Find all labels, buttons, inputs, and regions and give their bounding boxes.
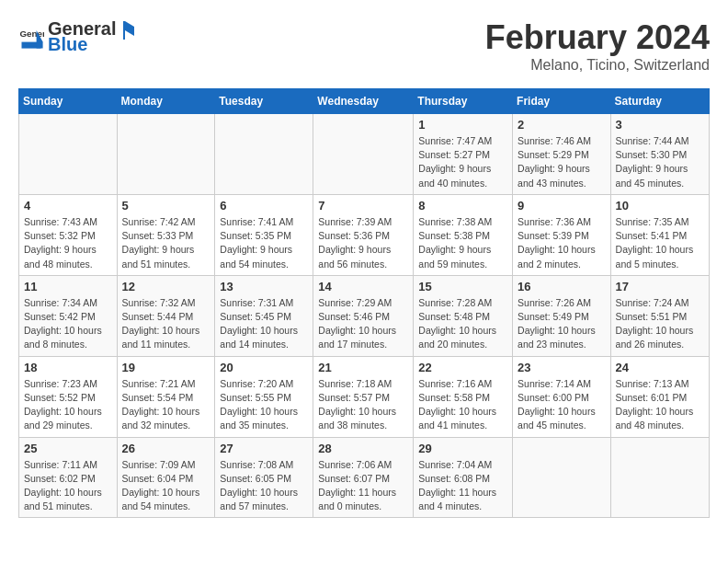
day-number: 28 [318, 442, 408, 455]
day-info: Sunrise: 7:47 AMSunset: 5:27 PMDaylight:… [418, 134, 507, 190]
table-row: 17Sunrise: 7:24 AMSunset: 5:51 PMDayligh… [610, 275, 709, 356]
logo: General General Blue [18, 18, 134, 55]
table-row [215, 114, 313, 195]
day-info: Sunrise: 7:28 AMSunset: 5:48 PMDaylight:… [418, 296, 507, 352]
table-row: 25Sunrise: 7:11 AMSunset: 6:02 PMDayligh… [19, 437, 118, 518]
table-row: 10Sunrise: 7:35 AMSunset: 5:41 PMDayligh… [610, 194, 709, 275]
day-number: 26 [122, 442, 210, 455]
table-row: 29Sunrise: 7:04 AMSunset: 6:08 PMDayligh… [414, 437, 513, 518]
table-row: 14Sunrise: 7:29 AMSunset: 5:46 PMDayligh… [313, 275, 414, 356]
table-row: 6Sunrise: 7:41 AMSunset: 5:35 PMDaylight… [215, 194, 313, 275]
day-info: Sunrise: 7:31 AMSunset: 5:45 PMDaylight:… [220, 296, 308, 352]
calendar-week-row: 18Sunrise: 7:23 AMSunset: 5:52 PMDayligh… [19, 356, 710, 437]
table-row: 12Sunrise: 7:32 AMSunset: 5:44 PMDayligh… [117, 275, 215, 356]
day-number: 22 [418, 361, 507, 374]
table-row: 16Sunrise: 7:26 AMSunset: 5:49 PMDayligh… [513, 275, 611, 356]
table-row: 7Sunrise: 7:39 AMSunset: 5:36 PMDaylight… [313, 194, 414, 275]
day-number: 9 [518, 199, 606, 213]
table-row: 26Sunrise: 7:09 AMSunset: 6:04 PMDayligh… [117, 437, 215, 518]
day-info: Sunrise: 7:42 AMSunset: 5:33 PMDaylight:… [122, 215, 210, 271]
col-tuesday: Tuesday [215, 89, 313, 114]
table-row [513, 437, 611, 518]
col-monday: Monday [117, 89, 215, 114]
table-row: 27Sunrise: 7:08 AMSunset: 6:05 PMDayligh… [215, 437, 313, 518]
day-number: 13 [220, 280, 308, 293]
table-row: 2Sunrise: 7:46 AMSunset: 5:29 PMDaylight… [513, 114, 611, 195]
day-info: Sunrise: 7:11 AMSunset: 6:02 PMDaylight:… [24, 458, 112, 514]
day-number: 3 [616, 118, 704, 132]
calendar-table: Sunday Monday Tuesday Wednesday Thursday… [18, 88, 710, 518]
title-block: February 2024 Melano, Ticino, Switzerlan… [485, 18, 710, 74]
day-info: Sunrise: 7:08 AMSunset: 6:05 PMDaylight:… [220, 458, 308, 514]
day-info: Sunrise: 7:44 AMSunset: 5:30 PMDaylight:… [616, 134, 704, 190]
table-row: 9Sunrise: 7:36 AMSunset: 5:39 PMDaylight… [513, 194, 611, 275]
day-number: 7 [318, 199, 408, 213]
day-number: 19 [122, 361, 210, 374]
calendar-title: February 2024 [485, 18, 710, 57]
day-info: Sunrise: 7:04 AMSunset: 6:08 PMDaylight:… [418, 458, 507, 514]
day-number: 29 [418, 442, 507, 455]
calendar-week-row: 11Sunrise: 7:34 AMSunset: 5:42 PMDayligh… [19, 275, 710, 356]
day-info: Sunrise: 7:32 AMSunset: 5:44 PMDaylight:… [122, 296, 210, 352]
day-info: Sunrise: 7:39 AMSunset: 5:36 PMDaylight:… [318, 215, 408, 271]
table-row: 28Sunrise: 7:06 AMSunset: 6:07 PMDayligh… [313, 437, 414, 518]
svg-marker-3 [125, 21, 134, 36]
day-info: Sunrise: 7:18 AMSunset: 5:57 PMDaylight:… [318, 377, 408, 433]
day-info: Sunrise: 7:16 AMSunset: 5:58 PMDaylight:… [418, 377, 507, 433]
table-row: 24Sunrise: 7:13 AMSunset: 6:01 PMDayligh… [610, 356, 709, 437]
table-row: 5Sunrise: 7:42 AMSunset: 5:33 PMDaylight… [117, 194, 215, 275]
table-row: 13Sunrise: 7:31 AMSunset: 5:45 PMDayligh… [215, 275, 313, 356]
calendar-week-row: 4Sunrise: 7:43 AMSunset: 5:32 PMDaylight… [19, 194, 710, 275]
table-row: 22Sunrise: 7:16 AMSunset: 5:58 PMDayligh… [414, 356, 513, 437]
day-info: Sunrise: 7:23 AMSunset: 5:52 PMDaylight:… [24, 377, 112, 433]
day-number: 2 [518, 118, 606, 132]
table-row: 4Sunrise: 7:43 AMSunset: 5:32 PMDaylight… [19, 194, 118, 275]
day-number: 15 [418, 280, 507, 293]
day-number: 27 [220, 442, 308, 455]
calendar-week-row: 25Sunrise: 7:11 AMSunset: 6:02 PMDayligh… [19, 437, 710, 518]
day-info: Sunrise: 7:43 AMSunset: 5:32 PMDaylight:… [24, 215, 112, 271]
table-row: 3Sunrise: 7:44 AMSunset: 5:30 PMDaylight… [610, 114, 709, 195]
day-number: 14 [318, 280, 408, 293]
col-wednesday: Wednesday [313, 89, 414, 114]
day-info: Sunrise: 7:36 AMSunset: 5:39 PMDaylight:… [518, 215, 606, 271]
day-number: 10 [616, 199, 704, 213]
day-info: Sunrise: 7:24 AMSunset: 5:51 PMDaylight:… [616, 296, 704, 352]
day-number: 17 [616, 280, 704, 293]
day-info: Sunrise: 7:35 AMSunset: 5:41 PMDaylight:… [616, 215, 704, 271]
day-info: Sunrise: 7:21 AMSunset: 5:54 PMDaylight:… [122, 377, 210, 433]
day-info: Sunrise: 7:06 AMSunset: 6:07 PMDaylight:… [318, 458, 408, 514]
table-row [610, 437, 709, 518]
day-number: 8 [418, 199, 507, 213]
table-row [313, 114, 414, 195]
day-number: 4 [24, 199, 112, 213]
col-saturday: Saturday [610, 89, 709, 114]
day-number: 21 [318, 361, 408, 374]
calendar-week-row: 1Sunrise: 7:47 AMSunset: 5:27 PMDaylight… [19, 114, 710, 195]
day-info: Sunrise: 7:38 AMSunset: 5:38 PMDaylight:… [418, 215, 507, 271]
svg-text:General: General [19, 29, 44, 39]
table-row [19, 114, 118, 195]
table-row: 19Sunrise: 7:21 AMSunset: 5:54 PMDayligh… [117, 356, 215, 437]
day-info: Sunrise: 7:34 AMSunset: 5:42 PMDaylight:… [24, 296, 112, 352]
day-number: 5 [122, 199, 210, 213]
day-number: 23 [518, 361, 606, 374]
table-row: 8Sunrise: 7:38 AMSunset: 5:38 PMDaylight… [414, 194, 513, 275]
table-row: 15Sunrise: 7:28 AMSunset: 5:48 PMDayligh… [414, 275, 513, 356]
table-row: 23Sunrise: 7:14 AMSunset: 6:00 PMDayligh… [513, 356, 611, 437]
day-info: Sunrise: 7:13 AMSunset: 6:01 PMDaylight:… [616, 377, 704, 433]
table-row [117, 114, 215, 195]
day-info: Sunrise: 7:41 AMSunset: 5:35 PMDaylight:… [220, 215, 308, 271]
day-number: 6 [220, 199, 308, 213]
table-row: 20Sunrise: 7:20 AMSunset: 5:55 PMDayligh… [215, 356, 313, 437]
day-number: 12 [122, 280, 210, 293]
day-info: Sunrise: 7:14 AMSunset: 6:00 PMDaylight:… [518, 377, 606, 433]
day-number: 24 [616, 361, 704, 374]
day-number: 20 [220, 361, 308, 374]
day-info: Sunrise: 7:26 AMSunset: 5:49 PMDaylight:… [518, 296, 606, 352]
day-info: Sunrise: 7:29 AMSunset: 5:46 PMDaylight:… [318, 296, 408, 352]
day-number: 25 [24, 442, 112, 455]
svg-marker-4 [123, 21, 125, 40]
day-info: Sunrise: 7:20 AMSunset: 5:55 PMDaylight:… [220, 377, 308, 433]
day-info: Sunrise: 7:09 AMSunset: 6:04 PMDaylight:… [122, 458, 210, 514]
